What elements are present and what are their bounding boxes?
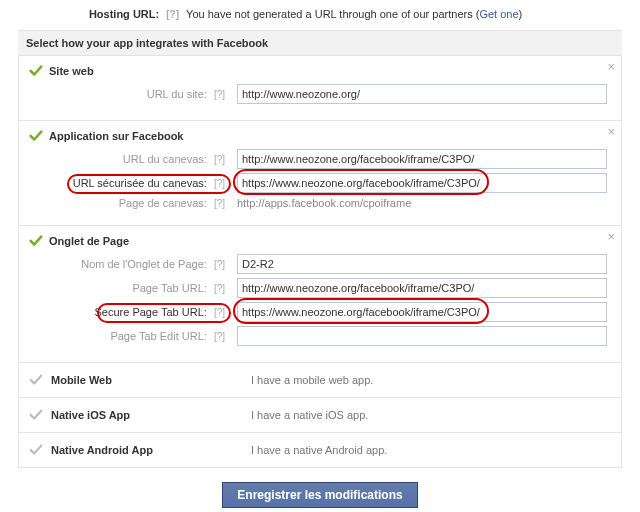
label-tab-name: Nom de l'Onglet de Page: — [81, 258, 207, 270]
label-secure-tab-url: Secure Page Tab URL: — [95, 306, 207, 318]
collapsed-mobile-web[interactable]: Mobile Web I have a mobile web app. — [19, 363, 621, 398]
hosting-url-row: Hosting URL: [?] You have not generated … — [18, 0, 622, 30]
save-button[interactable]: Enregistrer les modifications — [222, 482, 417, 508]
help-icon[interactable]: [?] — [214, 178, 225, 189]
check-icon — [29, 64, 43, 78]
label-url-site: URL du site: — [147, 88, 207, 100]
group-title-app-fb: Application sur Facebook — [49, 130, 183, 142]
input-url-site[interactable] — [237, 84, 607, 104]
input-secure-tab-url[interactable] — [237, 302, 607, 322]
input-tab-edit-url[interactable] — [237, 326, 607, 346]
help-icon[interactable]: [?] — [214, 259, 225, 270]
check-icon — [29, 234, 43, 248]
check-icon — [29, 129, 43, 143]
check-outline-icon — [29, 373, 43, 387]
close-icon[interactable]: × — [607, 230, 615, 243]
collapsed-desc-mobile: I have a mobile web app. — [251, 374, 373, 386]
collapsed-title-mobile: Mobile Web — [51, 374, 251, 386]
collapsed-native-ios[interactable]: Native iOS App I have a native iOS app. — [19, 398, 621, 433]
help-icon[interactable]: [?] — [214, 331, 225, 342]
collapsed-desc-android: I have a native Android app. — [251, 444, 387, 456]
hosting-desc-post: ) — [519, 8, 523, 20]
help-icon[interactable]: [?] — [214, 307, 225, 318]
collapsed-title-android: Native Android App — [51, 444, 251, 456]
collapsed-desc-ios: I have a native iOS app. — [251, 409, 368, 421]
section-header: Select how your app integrates with Face… — [18, 30, 622, 56]
group-site-web: × Site web URL du site: [?] — [19, 56, 621, 121]
collapsed-title-ios: Native iOS App — [51, 409, 251, 421]
help-icon[interactable]: [?] — [214, 89, 225, 100]
hosting-desc-pre: You have not generated a URL through one… — [186, 8, 479, 20]
check-outline-icon — [29, 443, 43, 457]
collapsed-native-android[interactable]: Native Android App I have a native Andro… — [19, 433, 621, 467]
help-icon[interactable]: [?] — [166, 9, 179, 20]
help-icon[interactable]: [?] — [214, 154, 225, 165]
group-page-tab: × Onglet de Page Nom de l'Onglet de Page… — [19, 226, 621, 363]
help-icon[interactable]: [?] — [214, 198, 225, 209]
input-tab-url[interactable] — [237, 278, 607, 298]
label-canvas-url: URL du canevas: — [123, 153, 207, 165]
input-tab-name[interactable] — [237, 254, 607, 274]
label-secure-canvas-url: URL sécurisée du canevas: — [73, 177, 207, 189]
input-canvas-url[interactable] — [237, 149, 607, 169]
label-canvas-page: Page de canevas: — [119, 197, 207, 209]
close-icon[interactable]: × — [607, 60, 615, 73]
hosting-url-label: Hosting URL: — [89, 8, 159, 20]
help-icon[interactable]: [?] — [214, 283, 225, 294]
group-title-page-tab: Onglet de Page — [49, 235, 129, 247]
group-app-facebook: × Application sur Facebook URL du caneva… — [19, 121, 621, 226]
canvas-page-value: http://apps.facebook.com/cpoiframe — [237, 197, 411, 209]
check-outline-icon — [29, 408, 43, 422]
label-tab-edit-url: Page Tab Edit URL: — [110, 330, 206, 342]
label-tab-url: Page Tab URL: — [132, 282, 206, 294]
input-secure-canvas-url[interactable] — [237, 173, 607, 193]
get-one-link[interactable]: Get one — [479, 8, 518, 20]
integration-panel: × Site web URL du site: [?] × Applicatio… — [18, 56, 622, 468]
close-icon[interactable]: × — [607, 125, 615, 138]
group-title-site-web: Site web — [49, 65, 94, 77]
